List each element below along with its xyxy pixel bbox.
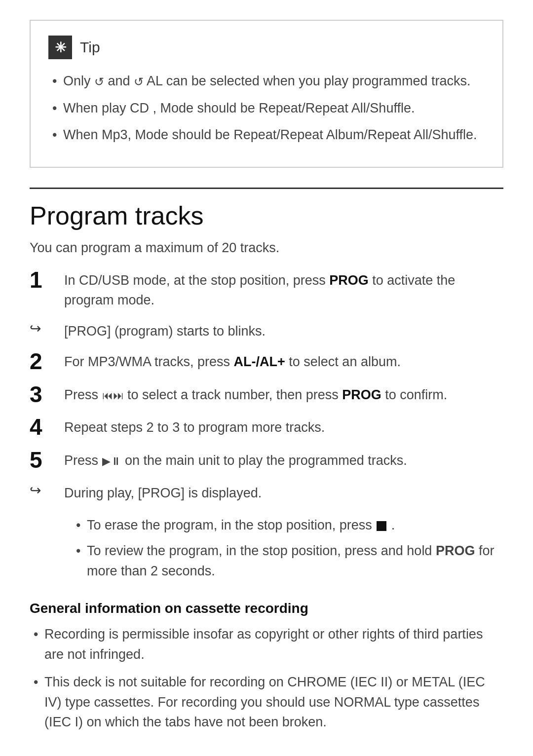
arrow-icon-2: ↪ (30, 480, 64, 498)
tip-bullet-3: When Mp3, Mode should be Repeat/Repeat A… (48, 125, 485, 145)
step-content-1: In CD/USB mode, at the stop position, pr… (64, 267, 503, 310)
step-2: 2 For MP3/WMA tracks, press AL-/AL+ to s… (30, 349, 503, 374)
sub-bullet-2: To review the program, in the stop posit… (74, 541, 503, 581)
step-content-5: Press ▶⏸ on the main unit to play the pr… (64, 448, 503, 471)
step-content-2: For MP3/WMA tracks, press AL-/AL+ to sel… (64, 349, 503, 372)
general-bullet-2: This deck is not suitable for recording … (30, 672, 503, 732)
tip-icon: ✳ (48, 36, 72, 59)
general-bullet-1: Recording is permissible insofar as copy… (30, 624, 503, 664)
step-number-3: 3 (30, 382, 64, 407)
section-divider (30, 188, 503, 189)
step-number-4: 4 (30, 415, 64, 440)
step-arrow-2: ↪ During play, [PROG] is displayed. (30, 480, 503, 503)
general-info-list: Recording is permissible insofar as copy… (30, 624, 503, 732)
step-arrow-1: ↪ [PROG] (program) starts to blinks. (30, 318, 503, 341)
sub-bullets-list: To erase the program, in the stop positi… (64, 515, 503, 587)
sub-bullets-row: To erase the program, in the stop positi… (30, 511, 503, 587)
intro-text: You can program a maximum of 20 tracks. (30, 240, 503, 256)
tip-box: ✳ Tip Only ↺ and ↺ AL can be selected wh… (30, 20, 503, 168)
tip-list: Only ↺ and ↺ AL can be selected when you… (48, 71, 485, 145)
step-number-5: 5 (30, 448, 64, 473)
step-arrow-content-2: During play, [PROG] is displayed. (64, 480, 503, 503)
stop-icon (377, 521, 386, 531)
step-content-3: Press ⏮⏭ to select a track number, then … (64, 382, 503, 405)
general-info-title: General information on cassette recordin… (30, 601, 503, 616)
step-number-1: 1 (30, 267, 64, 293)
step-number-2: 2 (30, 349, 64, 374)
repeat-icon-1: ↺ (94, 73, 104, 91)
step-1: 1 In CD/USB mode, at the stop position, … (30, 267, 503, 310)
sub-bullet-1: To erase the program, in the stop positi… (74, 515, 503, 535)
steps-container: 1 In CD/USB mode, at the stop position, … (30, 267, 503, 587)
skip-prev-icon: ⏮⏭ (102, 387, 124, 404)
step-content-4: Repeat steps 2 to 3 to program more trac… (64, 415, 503, 438)
step-arrow-content-1: [PROG] (program) starts to blinks. (64, 318, 503, 341)
step-4: 4 Repeat steps 2 to 3 to program more tr… (30, 415, 503, 440)
tip-bullet-2: When play CD , Mode should be Repeat/Rep… (48, 98, 485, 118)
play-pause-icon: ▶⏸ (102, 453, 121, 469)
tip-header: ✳ Tip (48, 36, 485, 59)
repeat-icon-2: ↺ (134, 73, 144, 91)
tip-bullet-1: Only ↺ and ↺ AL can be selected when you… (48, 71, 485, 91)
arrow-icon-1: ↪ (30, 318, 64, 337)
tip-title: Tip (80, 39, 100, 56)
step-3: 3 Press ⏮⏭ to select a track number, the… (30, 382, 503, 407)
step-5: 5 Press ▶⏸ on the main unit to play the … (30, 448, 503, 473)
section-title: Program tracks (30, 201, 503, 230)
